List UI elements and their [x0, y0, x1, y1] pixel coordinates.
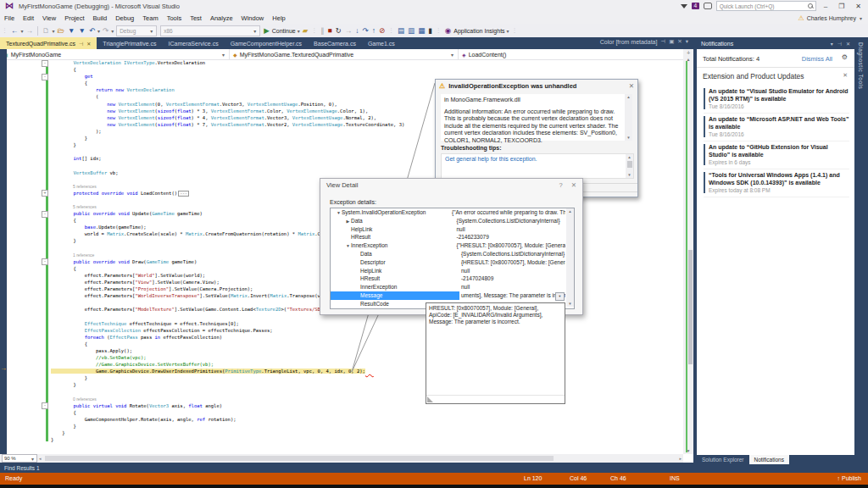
chevron-down-icon[interactable]: ▾: [831, 41, 833, 47]
hscrollbar-thumb[interactable]: [45, 456, 554, 461]
panel-tab-notifications[interactable]: Notifications: [749, 455, 789, 464]
notification-item[interactable]: “Tools for Universal Windows Apps (1.4.1…: [704, 169, 849, 197]
pin-icon[interactable]: ⊣: [660, 38, 665, 45]
menu-item-edit[interactable]: Edit: [19, 14, 38, 22]
exception-detail-row[interactable]: HResult-2147024809: [331, 274, 565, 283]
notifications-header[interactable]: Notifications ▾ ⊣ ✕: [697, 38, 854, 49]
close-icon[interactable]: ✕: [846, 41, 850, 47]
app-insights-label[interactable]: Application Insights: [453, 28, 504, 34]
debug-target-combo[interactable]: Debug▾: [116, 25, 157, 36]
nav-forward-icon[interactable]: →: [25, 25, 36, 36]
highlight-icon[interactable]: ▰: [301, 25, 310, 36]
scroll-down-icon[interactable]: ▼: [566, 301, 574, 307]
exception-detail-row[interactable]: Descriptor{HRESULT: [0x80070057], Module…: [331, 258, 565, 267]
chevron-down-icon[interactable]: ▾: [111, 28, 114, 34]
tab-icameraservice-cs[interactable]: ICameraService.cs: [163, 37, 225, 49]
menu-item-help[interactable]: Help: [268, 14, 289, 22]
save-all-icon[interactable]: ▼: [76, 25, 86, 36]
undo-icon[interactable]: ↶: [87, 25, 97, 36]
close-icon[interactable]: ✕: [571, 181, 576, 189]
zoom-level-combo[interactable]: 90 % ▾: [2, 454, 37, 463]
tab-gamecomponenthelper-cs[interactable]: GameComponentHelper.cs: [225, 37, 308, 49]
publish-button[interactable]: ↑ Publish: [837, 475, 861, 481]
exception-detail-row[interactable]: InnerExceptionnull: [331, 283, 565, 291]
exception-detail-row[interactable]: Data{System.Collections.ListDictionaryIn…: [331, 250, 565, 258]
editor-vertical-scrollbar[interactable]: ✛ ▲ ▼: [683, 49, 693, 454]
scroll-down-icon[interactable]: ▼: [625, 135, 632, 141]
open-file-icon[interactable]: 🗁: [56, 25, 67, 36]
notification-item[interactable]: An update to “Visual Studio Emulator for…: [704, 86, 849, 114]
immediate-window-icon[interactable]: ▤: [396, 25, 406, 36]
exception-detail-row[interactable]: HResult-2146233079: [331, 233, 565, 241]
close-icon[interactable]: ✕: [629, 82, 634, 90]
menu-item-debug[interactable]: Debug: [111, 14, 138, 22]
close-icon[interactable]: ✕: [86, 41, 91, 47]
scroll-right-icon[interactable]: ▸: [677, 456, 683, 461]
notification-item[interactable]: An update to “Microsoft ASP.NET and Web …: [704, 114, 849, 141]
outline-collapse-icon[interactable]: -: [42, 74, 48, 80]
resize-grip[interactable]: [427, 396, 433, 402]
chevron-down-icon[interactable]: ▾: [686, 38, 688, 45]
continue-icon[interactable]: ▶: [262, 25, 271, 36]
scroll-up-icon[interactable]: ▲: [683, 56, 693, 63]
new-file-icon[interactable]: 🗋: [41, 25, 52, 36]
section-close-icon[interactable]: ✕: [843, 72, 848, 79]
feedback-icon[interactable]: [704, 3, 712, 9]
chevron-down-icon[interactable]: ▾: [507, 28, 509, 34]
dismiss-all-link[interactable]: Dismiss All: [802, 55, 832, 63]
scroll-left-icon[interactable]: ◂: [37, 456, 43, 461]
open-file-icon[interactable]: ▣: [669, 38, 674, 45]
view-detail-title-bar[interactable]: View Detail ? ✕: [320, 179, 582, 191]
tab-basecamera-cs[interactable]: BaseCamera.cs: [308, 37, 362, 49]
step-into-icon[interactable]: ↓: [353, 25, 360, 36]
outline-collapse-icon[interactable]: -: [42, 402, 48, 409]
watch-window-icon[interactable]: ▦: [416, 25, 426, 36]
stop-icon[interactable]: ■: [326, 25, 334, 36]
scroll-up-icon[interactable]: ▲: [566, 208, 574, 214]
scrollbar-thumb[interactable]: [688, 250, 693, 364]
break-all-icon[interactable]: ∥: [319, 25, 326, 36]
pin-icon[interactable]: ⊣: [79, 41, 83, 47]
breakpoint-margin[interactable]: [0, 49, 7, 454]
redo-icon[interactable]: ↷: [101, 25, 110, 36]
scroll-down-icon[interactable]: ▼: [626, 172, 633, 178]
gear-icon[interactable]: ⚙: [842, 53, 848, 61]
show-next-statement-icon[interactable]: →: [343, 25, 354, 36]
tips-scrollbar[interactable]: ▲ ▼: [626, 154, 633, 178]
notification-item[interactable]: An update to “GitHub Extension for Visua…: [704, 141, 849, 169]
nav-back-icon[interactable]: ←: [9, 25, 20, 36]
splitter-icon[interactable]: ✛: [683, 49, 693, 56]
help-icon[interactable]: ?: [559, 181, 563, 189]
step-out-icon[interactable]: ↑: [370, 25, 377, 36]
exception-detail-row[interactable]: Messageuments], Message: The parameter i…: [331, 291, 565, 300]
tree-expand-icon[interactable]: ▶: [345, 218, 351, 225]
outline-collapse-icon[interactable]: -: [42, 211, 48, 218]
outline-collapse-icon[interactable]: -: [42, 60, 48, 67]
close-icon[interactable]: ✕: [677, 38, 682, 45]
step-over-icon[interactable]: ↷: [361, 25, 370, 36]
exception-detail-row[interactable]: ▼System.InvalidOperationException{"An er…: [331, 208, 565, 217]
pin-icon[interactable]: ⊣: [837, 41, 842, 47]
provisional-tab[interactable]: Color [from metadata] ⊣ ▣ ✕ ▾: [600, 38, 688, 45]
chevron-down-icon[interactable]: ▾: [53, 28, 55, 34]
exception-detail-row[interactable]: HelpLinknull: [331, 267, 565, 275]
account-area[interactable]: ⚠ Charles Humphrey ▾: [798, 12, 863, 24]
menu-item-test[interactable]: Test: [186, 14, 206, 22]
type-dropdown[interactable]: ◆MyFirstMonoGame.TexturedQuadPrimative ▾: [230, 49, 459, 59]
menu-item-window[interactable]: Window: [237, 14, 269, 22]
panel-tab-solution-explorer[interactable]: Solution Explorer: [697, 455, 749, 464]
exception-help-link[interactable]: Get general help for this exception.: [445, 156, 537, 162]
tree-collapse-icon[interactable]: ▼: [336, 209, 342, 217]
outline-expand-icon[interactable]: +: [42, 190, 48, 197]
project-dropdown[interactable]: ▣MyFirstMonoGame ▾: [0, 49, 230, 59]
scroll-down-icon[interactable]: ▼: [683, 447, 693, 454]
menu-item-file[interactable]: File: [0, 14, 19, 22]
minimize-button[interactable]: –: [821, 3, 831, 10]
scrollbar-thumb[interactable]: [627, 161, 632, 168]
tab-triangleprimative-cs[interactable]: TrianglePrimative.cs: [97, 37, 162, 49]
chevron-down-icon[interactable]: ▾: [97, 28, 100, 34]
tab-texturedquadprimative-cs[interactable]: TexturedQuadPrimative.cs⊣✕: [0, 37, 97, 49]
restart-icon[interactable]: ↻: [334, 25, 343, 36]
chevron-down-icon[interactable]: ▾: [298, 28, 300, 34]
grid-scrollbar[interactable]: ▲ ▼: [566, 208, 574, 307]
